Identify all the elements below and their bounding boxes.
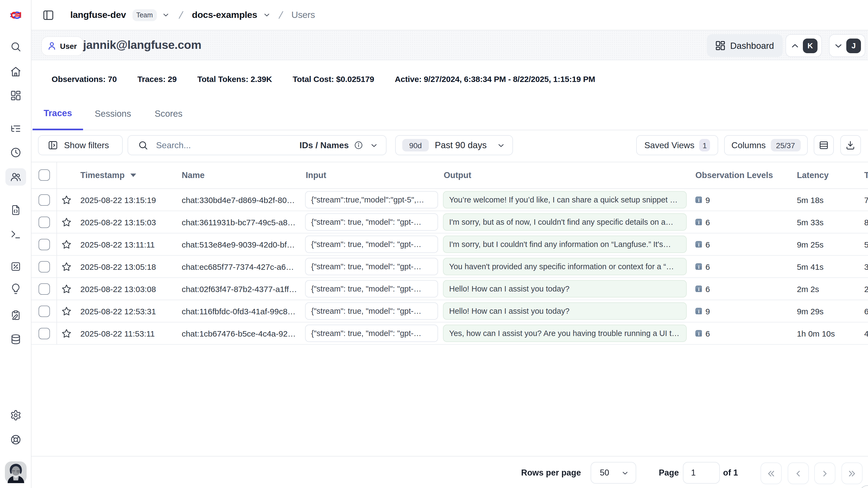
svg-text:i: i — [698, 197, 700, 203]
svg-text:i: i — [698, 331, 700, 336]
svg-text:i: i — [698, 286, 700, 292]
svg-text:i: i — [698, 308, 700, 314]
svg-text:i: i — [698, 219, 700, 225]
svg-text:i: i — [698, 242, 700, 247]
svg-text:i: i — [698, 264, 700, 270]
